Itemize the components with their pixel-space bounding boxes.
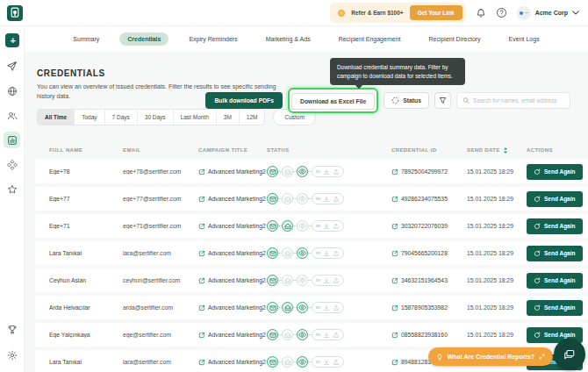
tab-bar: Summary Credentials Expiry Reminders Mar…	[25, 26, 588, 51]
tab-recipient-engagement[interactable]: Recipient Engagement	[331, 32, 409, 46]
sidebar-item-rewards[interactable]	[4, 321, 20, 338]
help-button[interactable]	[496, 7, 507, 18]
create-button[interactable]: +	[5, 33, 19, 47]
cell-credential-id[interactable]: 08558823938160	[391, 332, 467, 339]
status-share-group: in	[312, 275, 344, 286]
header-email: EMAIL	[123, 147, 198, 153]
cell-actions: Send Again	[527, 273, 588, 289]
cell-credential-id[interactable]: 49286234075535	[391, 196, 467, 203]
cell-email: ceyhun@sertifier.com	[123, 277, 198, 283]
assistant-prompt-pill[interactable]: What Are Credential Reports?	[428, 347, 553, 366]
cell-status: in	[267, 220, 391, 232]
share-icon	[333, 223, 340, 230]
get-your-link-button[interactable]: Get Your Link	[410, 5, 463, 20]
send-date-label: SEND DATE	[467, 147, 500, 153]
star-icon	[7, 184, 18, 195]
tab-credentials[interactable]: Credentials	[119, 32, 169, 46]
linkedin-icon: in	[316, 224, 320, 229]
time-filter-today[interactable]: Today	[75, 110, 104, 125]
credential-id-link: 08558823938160	[401, 332, 448, 338]
cell-campaign[interactable]: Advanced Marketing2	[198, 223, 267, 230]
tab-marketing-ads[interactable]: Marketing & Ads	[258, 32, 319, 46]
external-link-icon	[198, 250, 205, 257]
tab-expiry-reminders[interactable]: Expiry Reminders	[181, 32, 245, 46]
send-again-label: Send Again	[544, 168, 576, 175]
status-filter-button[interactable]: Status	[384, 92, 429, 109]
cell-credential-id[interactable]: 30320722076039	[391, 223, 467, 230]
download-icon	[323, 168, 330, 175]
cell-actions: Send Again	[527, 164, 588, 180]
search-input[interactable]	[473, 97, 564, 104]
status-sent-icon	[267, 275, 278, 286]
question-circle-icon	[496, 7, 507, 18]
send-again-button[interactable]: Send Again	[527, 164, 583, 180]
cell-credential-id[interactable]: 79045665200128	[391, 250, 467, 257]
refresh-icon	[534, 196, 541, 203]
sort-icon[interactable]	[503, 147, 508, 154]
tab-summary[interactable]: Summary	[65, 32, 107, 46]
cell-credential-id[interactable]: 15878905353982	[391, 304, 467, 311]
excel-highlight-ring: Download as Excel File	[288, 88, 378, 113]
sidebar-item-analytics[interactable]	[4, 132, 20, 148]
header-campaign-title: CAMPAIGN TITLE	[198, 147, 267, 153]
cell-actions: Send Again	[527, 300, 588, 316]
status-viewed-icon	[297, 302, 308, 313]
sidebar-item-favorites[interactable]	[4, 181, 20, 197]
sidebar-item-integrations[interactable]	[4, 156, 20, 173]
bulk-download-pdfs-button[interactable]: Bulk download PDFs	[205, 92, 283, 109]
status-filter-label: Status	[403, 97, 421, 104]
download-excel-button[interactable]: Download as Excel File	[291, 93, 375, 110]
org-avatar	[517, 6, 531, 20]
coin-icon	[338, 10, 345, 17]
send-again-button[interactable]: Send Again	[527, 246, 583, 261]
campaign-title-link: Advanced Marketing2	[208, 168, 266, 175]
tab-event-logs[interactable]: Event Logs	[501, 32, 548, 46]
cell-campaign[interactable]: Advanced Marketing2	[198, 332, 267, 339]
status-viewed-icon	[297, 356, 308, 368]
notifications-button[interactable]	[476, 8, 486, 18]
cell-email: ege+71@sertifier.com	[123, 223, 198, 229]
cell-campaign[interactable]: Advanced Marketing2	[198, 196, 267, 203]
campaign-title-link: Advanced Marketing2	[208, 332, 266, 338]
refresh-icon	[534, 168, 541, 175]
linkedin-icon: in	[316, 169, 320, 175]
users-icon	[7, 111, 18, 121]
chat-icon	[563, 348, 576, 361]
status-opened-icon	[282, 356, 293, 368]
table-body: Ege+78 ege+78@sertifier.com Advanced Mar…	[35, 160, 588, 372]
cell-email: arda@sertifier.com	[123, 304, 198, 311]
cell-campaign[interactable]: Advanced Marketing2	[198, 168, 267, 175]
header-send-date[interactable]: SEND DATE	[467, 147, 527, 154]
external-link-icon	[391, 196, 398, 203]
status-sent-icon	[267, 356, 278, 368]
sidebar-item-recipients[interactable]	[4, 107, 20, 124]
send-again-button[interactable]: Send Again	[527, 273, 583, 289]
status-sent-icon	[267, 247, 278, 259]
cell-credential-id[interactable]: 34632151964543	[391, 277, 467, 284]
cell-credential-id[interactable]: 78925004299972	[391, 168, 467, 175]
time-filter-all-time[interactable]: All Time	[38, 110, 75, 125]
status-opened-icon	[282, 275, 293, 286]
send-again-button[interactable]: Send Again	[527, 300, 583, 316]
cell-campaign[interactable]: Advanced Marketing2	[198, 277, 267, 284]
cell-campaign[interactable]: Advanced Marketing2	[198, 304, 267, 311]
chat-launcher-button[interactable]	[554, 339, 585, 370]
sidebar-item-domains[interactable]	[4, 82, 20, 99]
cell-campaign[interactable]: Advanced Marketing2	[198, 359, 267, 366]
sertifier-logo-icon[interactable]	[7, 5, 23, 21]
time-filter-7-days[interactable]: 7 Days	[105, 110, 138, 125]
cell-status: in	[267, 193, 391, 204]
status-viewed-icon	[297, 166, 308, 177]
time-filter-30-days[interactable]: 30 Days	[138, 110, 174, 125]
account-menu[interactable]: Acme Corp	[517, 6, 579, 20]
filter-button[interactable]	[434, 92, 451, 109]
tab-recipient-directory[interactable]: Recipient Directory	[420, 32, 488, 46]
send-again-button[interactable]: Send Again	[527, 218, 583, 234]
share-icon	[333, 304, 340, 311]
sidebar-item-settings[interactable]	[4, 347, 20, 363]
send-again-button[interactable]: Send Again	[527, 191, 583, 207]
sidebar-item-send[interactable]	[4, 58, 20, 75]
assistant-prompt-label: What Are Credential Reports?	[448, 354, 534, 360]
external-link-icon	[198, 223, 205, 230]
cell-campaign[interactable]: Advanced Marketing2	[198, 250, 267, 257]
